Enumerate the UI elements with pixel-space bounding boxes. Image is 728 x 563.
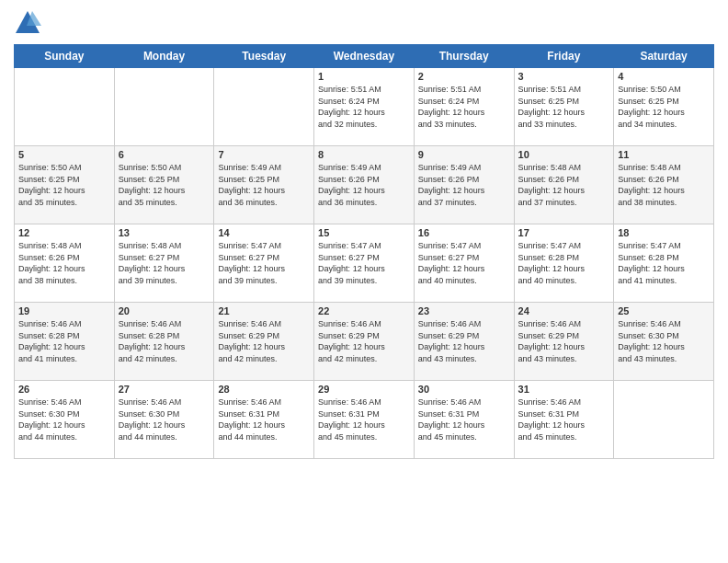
day-number: 4: [618, 71, 710, 82]
calendar-cell: 27Sunrise: 5:46 AM Sunset: 6:30 PM Dayli…: [114, 381, 214, 459]
day-info: Sunrise: 5:46 AM Sunset: 6:28 PM Dayligh…: [18, 318, 110, 364]
page: SundayMondayTuesdayWednesdayThursdayFrid…: [0, 0, 728, 563]
calendar-cell: 24Sunrise: 5:46 AM Sunset: 6:29 PM Dayli…: [514, 303, 614, 381]
calendar-cell: 28Sunrise: 5:46 AM Sunset: 6:31 PM Dayli…: [214, 381, 314, 459]
logo-icon: [14, 9, 41, 37]
calendar-cell: 14Sunrise: 5:47 AM Sunset: 6:27 PM Dayli…: [214, 224, 314, 303]
day-number: 5: [18, 149, 110, 160]
calendar-cell: 21Sunrise: 5:46 AM Sunset: 6:29 PM Dayli…: [214, 303, 314, 381]
calendar-cell: 5Sunrise: 5:50 AM Sunset: 6:25 PM Daylig…: [15, 146, 115, 224]
calendar-cell: 19Sunrise: 5:46 AM Sunset: 6:28 PM Dayli…: [15, 303, 115, 381]
day-number: 21: [218, 305, 310, 316]
calendar-cell: 1Sunrise: 5:51 AM Sunset: 6:24 PM Daylig…: [314, 68, 415, 146]
day-info: Sunrise: 5:46 AM Sunset: 6:28 PM Dayligh…: [119, 318, 210, 364]
logo: [14, 9, 45, 37]
weekday-header-monday: Monday: [114, 45, 214, 68]
day-info: Sunrise: 5:49 AM Sunset: 6:25 PM Dayligh…: [218, 162, 310, 208]
day-number: 10: [518, 149, 610, 160]
day-info: Sunrise: 5:48 AM Sunset: 6:26 PM Dayligh…: [618, 162, 710, 208]
calendar-cell: 26Sunrise: 5:46 AM Sunset: 6:30 PM Dayli…: [15, 381, 115, 459]
calendar: SundayMondayTuesdayWednesdayThursdayFrid…: [14, 44, 714, 459]
calendar-cell: 2Sunrise: 5:51 AM Sunset: 6:24 PM Daylig…: [414, 68, 514, 146]
day-info: Sunrise: 5:51 AM Sunset: 6:25 PM Dayligh…: [518, 84, 610, 130]
day-info: Sunrise: 5:51 AM Sunset: 6:24 PM Dayligh…: [418, 84, 510, 130]
calendar-cell: 17Sunrise: 5:47 AM Sunset: 6:28 PM Dayli…: [514, 224, 614, 303]
weekday-header-row: SundayMondayTuesdayWednesdayThursdayFrid…: [15, 45, 714, 68]
day-number: 25: [618, 305, 710, 316]
calendar-cell: 12Sunrise: 5:48 AM Sunset: 6:26 PM Dayli…: [15, 224, 115, 303]
day-info: Sunrise: 5:46 AM Sunset: 6:29 PM Dayligh…: [518, 318, 610, 364]
calendar-cell: 30Sunrise: 5:46 AM Sunset: 6:31 PM Dayli…: [414, 381, 514, 459]
weekday-header-thursday: Thursday: [414, 45, 514, 68]
calendar-cell: 4Sunrise: 5:50 AM Sunset: 6:25 PM Daylig…: [614, 68, 714, 146]
calendar-cell: 9Sunrise: 5:49 AM Sunset: 6:26 PM Daylig…: [414, 146, 514, 224]
calendar-cell: 31Sunrise: 5:46 AM Sunset: 6:31 PM Dayli…: [514, 381, 614, 459]
day-number: 29: [318, 384, 410, 395]
calendar-cell: 16Sunrise: 5:47 AM Sunset: 6:27 PM Dayli…: [414, 224, 514, 303]
day-number: 17: [518, 227, 610, 238]
day-number: 6: [119, 149, 210, 160]
day-info: Sunrise: 5:49 AM Sunset: 6:26 PM Dayligh…: [318, 162, 410, 208]
calendar-cell: 7Sunrise: 5:49 AM Sunset: 6:25 PM Daylig…: [214, 146, 314, 224]
day-number: 11: [618, 149, 710, 160]
calendar-cell: 23Sunrise: 5:46 AM Sunset: 6:29 PM Dayli…: [414, 303, 514, 381]
day-number: 2: [418, 71, 510, 82]
day-info: Sunrise: 5:46 AM Sunset: 6:31 PM Dayligh…: [418, 396, 510, 442]
day-number: 27: [119, 384, 210, 395]
day-info: Sunrise: 5:46 AM Sunset: 6:29 PM Dayligh…: [318, 318, 410, 364]
calendar-cell: 22Sunrise: 5:46 AM Sunset: 6:29 PM Dayli…: [314, 303, 415, 381]
calendar-cell: 6Sunrise: 5:50 AM Sunset: 6:25 PM Daylig…: [114, 146, 214, 224]
day-info: Sunrise: 5:46 AM Sunset: 6:30 PM Dayligh…: [618, 318, 710, 364]
calendar-cell: 15Sunrise: 5:47 AM Sunset: 6:27 PM Dayli…: [314, 224, 415, 303]
calendar-cell: [614, 381, 714, 459]
calendar-cell: 20Sunrise: 5:46 AM Sunset: 6:28 PM Dayli…: [114, 303, 214, 381]
week-row-5: 26Sunrise: 5:46 AM Sunset: 6:30 PM Dayli…: [15, 381, 714, 459]
day-number: 24: [518, 305, 610, 316]
day-info: Sunrise: 5:48 AM Sunset: 6:27 PM Dayligh…: [119, 240, 210, 286]
day-info: Sunrise: 5:47 AM Sunset: 6:27 PM Dayligh…: [318, 240, 410, 286]
day-number: 9: [418, 149, 510, 160]
calendar-cell: [114, 68, 214, 146]
calendar-cell: 25Sunrise: 5:46 AM Sunset: 6:30 PM Dayli…: [614, 303, 714, 381]
day-number: 18: [618, 227, 710, 238]
day-info: Sunrise: 5:46 AM Sunset: 6:30 PM Dayligh…: [119, 396, 210, 442]
day-info: Sunrise: 5:47 AM Sunset: 6:27 PM Dayligh…: [218, 240, 310, 286]
calendar-cell: 10Sunrise: 5:48 AM Sunset: 6:26 PM Dayli…: [514, 146, 614, 224]
header: [14, 9, 714, 37]
day-number: 19: [18, 305, 110, 316]
day-number: 15: [318, 227, 410, 238]
calendar-cell: [15, 68, 115, 146]
day-number: 22: [318, 305, 410, 316]
day-info: Sunrise: 5:51 AM Sunset: 6:24 PM Dayligh…: [318, 84, 410, 130]
weekday-header-wednesday: Wednesday: [314, 45, 415, 68]
day-info: Sunrise: 5:46 AM Sunset: 6:31 PM Dayligh…: [318, 396, 410, 442]
day-info: Sunrise: 5:48 AM Sunset: 6:26 PM Dayligh…: [518, 162, 610, 208]
calendar-cell: 29Sunrise: 5:46 AM Sunset: 6:31 PM Dayli…: [314, 381, 415, 459]
week-row-2: 5Sunrise: 5:50 AM Sunset: 6:25 PM Daylig…: [15, 146, 714, 224]
day-number: 28: [218, 384, 310, 395]
day-info: Sunrise: 5:48 AM Sunset: 6:26 PM Dayligh…: [18, 240, 110, 286]
day-info: Sunrise: 5:47 AM Sunset: 6:28 PM Dayligh…: [618, 240, 710, 286]
day-info: Sunrise: 5:46 AM Sunset: 6:29 PM Dayligh…: [218, 318, 310, 364]
weekday-header-saturday: Saturday: [614, 45, 714, 68]
day-info: Sunrise: 5:49 AM Sunset: 6:26 PM Dayligh…: [418, 162, 510, 208]
day-info: Sunrise: 5:47 AM Sunset: 6:28 PM Dayligh…: [518, 240, 610, 286]
day-info: Sunrise: 5:50 AM Sunset: 6:25 PM Dayligh…: [18, 162, 110, 208]
day-info: Sunrise: 5:46 AM Sunset: 6:30 PM Dayligh…: [18, 396, 110, 442]
day-info: Sunrise: 5:50 AM Sunset: 6:25 PM Dayligh…: [119, 162, 210, 208]
day-info: Sunrise: 5:46 AM Sunset: 6:29 PM Dayligh…: [418, 318, 510, 364]
week-row-4: 19Sunrise: 5:46 AM Sunset: 6:28 PM Dayli…: [15, 303, 714, 381]
day-number: 13: [119, 227, 210, 238]
day-info: Sunrise: 5:47 AM Sunset: 6:27 PM Dayligh…: [418, 240, 510, 286]
weekday-header-tuesday: Tuesday: [214, 45, 314, 68]
day-number: 3: [518, 71, 610, 82]
day-number: 26: [18, 384, 110, 395]
day-number: 30: [418, 384, 510, 395]
weekday-header-sunday: Sunday: [15, 45, 115, 68]
day-number: 23: [418, 305, 510, 316]
calendar-cell: 8Sunrise: 5:49 AM Sunset: 6:26 PM Daylig…: [314, 146, 415, 224]
day-number: 7: [218, 149, 310, 160]
calendar-cell: 18Sunrise: 5:47 AM Sunset: 6:28 PM Dayli…: [614, 224, 714, 303]
day-number: 20: [119, 305, 210, 316]
day-number: 31: [518, 384, 610, 395]
